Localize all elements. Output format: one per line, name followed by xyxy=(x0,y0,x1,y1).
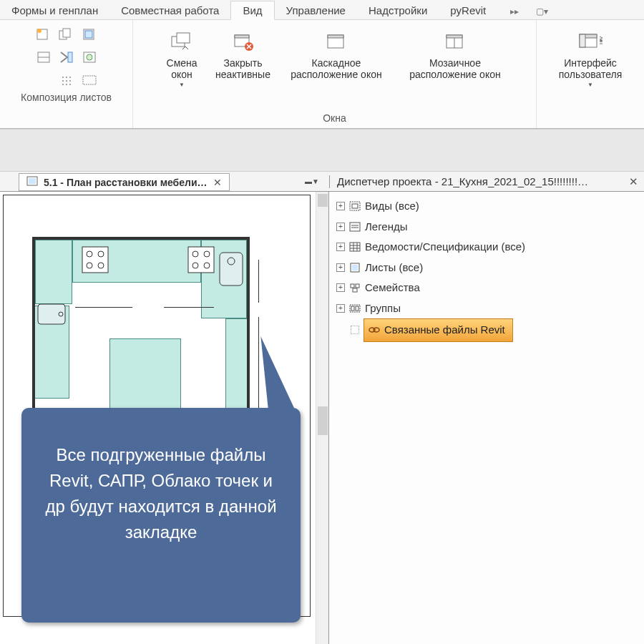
cascade-windows-button[interactable]: Каскадное расположение окон xyxy=(279,26,394,80)
ribbon-tab-collab[interactable]: Совместная работа xyxy=(109,1,230,19)
tree-item-legends[interactable]: + Легенды xyxy=(333,217,640,238)
ribbon-body: Композиция листов Смена окон ▼ Закрыть н… xyxy=(0,20,644,129)
svg-rect-52 xyxy=(352,204,358,208)
families-icon xyxy=(349,282,361,293)
viewport-icon[interactable] xyxy=(79,70,99,90)
tree-item-sheets[interactable]: + Листы (все) xyxy=(333,258,640,278)
ribbon-scroll-right-icon[interactable]: ▸▸ xyxy=(506,4,523,19)
tile-windows-button[interactable]: Мозаичное расположение окон xyxy=(398,26,512,80)
views-icon xyxy=(349,200,361,212)
options-bar xyxy=(0,129,644,172)
ribbon-tab-pyrevit[interactable]: pyRevit xyxy=(439,1,497,19)
svg-rect-63 xyxy=(351,284,354,288)
expand-icon[interactable]: + xyxy=(336,202,345,210)
svg-rect-68 xyxy=(356,306,358,311)
svg-rect-22 xyxy=(177,33,190,43)
svg-point-13 xyxy=(69,77,71,78)
ribbon-tab-forms[interactable]: Формы и генплан xyxy=(0,1,109,19)
tree-label: Листы (все) xyxy=(365,258,423,278)
match-line-icon[interactable] xyxy=(57,47,77,67)
tree-label: Ведомости/Спецификации (все) xyxy=(365,237,525,258)
project-browser-close-icon[interactable]: ✕ xyxy=(629,175,638,188)
sheets-icon xyxy=(349,262,361,273)
leaf-marker xyxy=(351,326,359,334)
tree-label: Семейства xyxy=(365,278,420,298)
legend-icon xyxy=(349,221,361,233)
tree-item-revit-links[interactable]: Связанные файлы Revit xyxy=(333,318,640,342)
svg-point-19 xyxy=(69,84,71,85)
expand-icon[interactable]: + xyxy=(336,304,345,313)
svg-rect-3 xyxy=(63,29,70,37)
close-inactive-button[interactable]: Закрыть неактивные xyxy=(211,26,275,80)
switch-windows-button[interactable]: Смена окон ▼ xyxy=(157,26,207,88)
doc-tab-active[interactable]: 5.1 - План расстановки мебели… ✕ xyxy=(19,173,230,191)
ribbon-tab-view[interactable]: Вид xyxy=(230,1,274,20)
svg-point-15 xyxy=(66,80,67,82)
svg-point-1 xyxy=(37,29,42,33)
svg-rect-49 xyxy=(38,304,65,324)
doc-tab-menu-icon[interactable]: ▬▼ xyxy=(301,176,323,187)
expand-icon[interactable]: + xyxy=(336,263,345,272)
svg-rect-27 xyxy=(328,35,343,38)
drawing-scrollbar[interactable] xyxy=(316,192,328,644)
view-ref-icon[interactable] xyxy=(79,24,99,44)
composition-button-grid xyxy=(34,23,99,90)
tree-item-families[interactable]: + Семейства xyxy=(333,278,640,298)
sheet-icon xyxy=(26,176,38,188)
guide-icon[interactable] xyxy=(34,47,54,67)
tree-item-schedules[interactable]: + Ведомости/Спецификации (все) xyxy=(333,237,640,258)
ribbon-minimize-icon[interactable]: ▢▾ xyxy=(532,4,552,19)
svg-rect-53 xyxy=(350,223,360,231)
user-interface-button[interactable]: Интерфейс пользователя ▼ xyxy=(555,26,627,88)
ribbon-tab-addins[interactable]: Надстройки xyxy=(357,1,439,19)
svg-rect-33 xyxy=(580,34,585,47)
schedule-icon xyxy=(349,241,361,253)
project-browser-title-bar: Диспетчер проекта - 21_Кухня_2021_02_15!… xyxy=(329,175,644,188)
tooltip-callout: Все подгруженные файлы Revit, САПР, Обла… xyxy=(21,408,301,623)
svg-rect-5 xyxy=(85,31,92,38)
dup-sheet-icon[interactable] xyxy=(57,24,77,44)
svg-rect-29 xyxy=(447,35,462,38)
callout-text: Все подгруженные файлы Revit, САПР, Обла… xyxy=(43,442,279,545)
svg-rect-65 xyxy=(353,288,357,292)
expand-icon[interactable]: + xyxy=(336,243,345,251)
expand-icon[interactable]: + xyxy=(336,283,345,292)
project-browser-title: Диспетчер проекта - 21_Кухня_2021_02_15!… xyxy=(337,175,588,187)
svg-rect-62 xyxy=(352,265,358,270)
svg-rect-36 xyxy=(29,178,36,184)
svg-rect-67 xyxy=(351,306,354,311)
svg-point-10 xyxy=(87,54,92,60)
tree-label: Группы xyxy=(365,298,401,319)
svg-rect-56 xyxy=(350,243,360,251)
grid-pattern-icon[interactable] xyxy=(57,70,77,90)
group-label-composition: Композиция листов xyxy=(21,90,112,106)
doc-tab-close-icon[interactable]: ✕ xyxy=(213,177,222,188)
svg-rect-24 xyxy=(235,35,249,38)
tree-label: Виды (все) xyxy=(365,196,419,217)
svg-rect-51 xyxy=(350,202,360,210)
expand-icon[interactable]: + xyxy=(336,223,345,231)
svg-rect-42 xyxy=(188,247,214,273)
revision-icon[interactable] xyxy=(79,47,99,67)
svg-point-17 xyxy=(62,84,64,85)
svg-rect-37 xyxy=(82,247,108,273)
tree-item-groups[interactable]: + Группы xyxy=(333,298,640,319)
tree-item-views[interactable]: + Виды (все) xyxy=(333,196,640,217)
tree-label: Связанные файлы Revit xyxy=(384,320,505,341)
svg-point-11 xyxy=(62,77,64,78)
project-browser-tree: + Виды (все) + Легенды + Ведомости/Специ… xyxy=(333,196,640,342)
svg-point-34 xyxy=(600,39,602,42)
svg-point-18 xyxy=(66,84,67,85)
doc-tab-strip: 5.1 - План расстановки мебели… ✕ ▬▼ Дисп… xyxy=(0,172,644,192)
svg-point-14 xyxy=(62,80,64,82)
groups-icon xyxy=(349,303,361,314)
svg-rect-8 xyxy=(68,52,72,62)
svg-point-16 xyxy=(69,80,71,82)
svg-point-12 xyxy=(66,77,67,78)
project-browser[interactable]: + Виды (все) + Легенды + Ведомости/Специ… xyxy=(329,192,644,644)
ribbon-tab-manage[interactable]: Управление xyxy=(275,1,357,19)
group-label-windows: Окна xyxy=(323,111,346,127)
tree-label: Легенды xyxy=(365,217,408,238)
doc-tab-title: 5.1 - План расстановки мебели… xyxy=(44,177,208,188)
new-sheet-icon[interactable] xyxy=(34,24,54,44)
